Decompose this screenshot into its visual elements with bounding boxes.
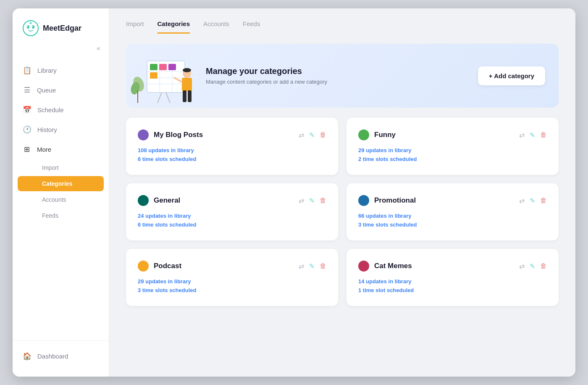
svg-point-3 [27,26,28,27]
category-card-funny: Funny ⇄ ✎ 🗑 29 updates in library 2 time… [346,118,559,175]
sidebar-item-library[interactable]: 📋 Library [13,61,109,80]
updates-stat-general[interactable]: 24 updates in library [138,213,326,219]
sidebar-item-queue[interactable]: ☰ Queue [13,80,109,100]
card-actions-promotional: ⇄ ✎ 🗑 [519,197,547,205]
card-title-row-podcast: Podcast [138,261,181,272]
sidebar-sub-item-categories[interactable]: Categories [18,176,104,191]
hero-svg [126,50,202,105]
edit-icon-cat-memes[interactable]: ✎ [530,262,535,270]
card-title-promotional: Promotional [374,196,416,205]
svg-line-16 [158,92,162,103]
card-title-general: General [154,196,180,205]
sidebar-sub-label-accounts: Accounts [42,196,66,203]
updates-stat-cat-memes[interactable]: 14 updates in library [358,278,547,285]
tab-categories[interactable]: Categories [158,20,190,34]
card-title-row-cat-memes: Cat Memes [358,261,412,272]
sidebar-item-label-history: History [37,126,57,133]
svg-rect-12 [150,64,158,70]
sidebar-item-more[interactable]: ⊞ More [13,140,109,159]
updates-stat-podcast[interactable]: 29 updates in library [138,278,326,285]
sidebar-item-label-more: More [37,146,51,153]
edit-icon-funny[interactable]: ✎ [530,131,535,139]
hero-text: Manage your categories Manage content ca… [206,66,478,85]
shuffle-icon-my-blog-posts[interactable]: ⇄ [299,131,304,139]
shuffle-icon-cat-memes[interactable]: ⇄ [519,262,525,270]
sidebar-sub-item-feeds[interactable]: Feeds [18,208,104,223]
updates-stat-funny[interactable]: 29 updates in library [358,147,547,153]
svg-rect-20 [182,78,192,91]
edit-icon-general[interactable]: ✎ [309,197,315,205]
sidebar-sub-label-import: Import [42,164,59,171]
edit-icon-podcast[interactable]: ✎ [309,262,315,270]
category-card-cat-memes: Cat Memes ⇄ ✎ 🗑 14 updates in library 1 … [346,249,559,306]
slots-stat-promotional[interactable]: 3 time slots scheduled [358,222,547,228]
delete-icon-general[interactable]: 🗑 [320,197,326,204]
delete-icon-cat-memes[interactable]: 🗑 [540,262,547,270]
updates-stat-my-blog-posts[interactable]: 108 updates in library [138,147,326,153]
history-icon: 🕐 [23,125,32,134]
sidebar-submenu: Import Categories Accounts Feeds [13,160,109,223]
main-content: Import Categories Accounts Feeds [109,8,575,377]
edit-icon-promotional[interactable]: ✎ [530,197,535,205]
hero-banner: Manage your categories Manage content ca… [126,44,559,108]
tab-import[interactable]: Import [126,20,144,34]
svg-point-4 [32,26,33,27]
color-dot-general [138,195,149,206]
collapse-button[interactable]: « [97,45,100,52]
slots-stat-podcast[interactable]: 3 time slots scheduled [138,287,326,293]
slots-stat-my-blog-posts[interactable]: 6 time slots scheduled [138,156,326,162]
card-title-row-general: General [138,195,180,206]
card-header-general: General ⇄ ✎ 🗑 [138,195,326,206]
shuffle-icon-promotional[interactable]: ⇄ [519,197,525,205]
edit-icon-my-blog-posts[interactable]: ✎ [309,131,315,139]
sidebar-collapse[interactable]: « [13,45,109,56]
slots-stat-general[interactable]: 6 time slots scheduled [138,222,326,228]
category-card-promotional: Promotional ⇄ ✎ 🗑 66 updates in library … [346,183,559,240]
category-card-podcast: Podcast ⇄ ✎ 🗑 29 updates in library 3 ti… [126,249,338,306]
more-icon: ⊞ [23,145,31,154]
hero-title: Manage your categories [206,66,478,76]
sidebar: MeetEdgar « 📋 Library ☰ Queue 📅 Schedule… [13,8,109,377]
color-dot-podcast [138,261,149,272]
card-header-my-blog-posts: My Blog Posts ⇄ ✎ 🗑 [138,129,326,140]
sidebar-item-schedule[interactable]: 📅 Schedule [13,100,109,120]
card-title-row-promotional: Promotional [358,195,416,206]
delete-icon-funny[interactable]: 🗑 [540,131,547,139]
color-dot-funny [358,129,369,140]
card-actions-my-blog-posts: ⇄ ✎ 🗑 [299,131,326,139]
svg-rect-13 [159,64,167,70]
card-actions-cat-memes: ⇄ ✎ 🗑 [519,262,547,270]
delete-icon-podcast[interactable]: 🗑 [320,262,326,270]
brand-name: MeetEdgar [43,24,81,33]
sidebar-item-dashboard[interactable]: 🏠 Dashboard [23,348,99,365]
svg-point-19 [183,68,191,72]
slots-stat-funny[interactable]: 2 time slots scheduled [358,156,547,162]
svg-point-2 [32,25,34,29]
tab-feeds[interactable]: Feeds [243,20,260,34]
slots-stat-cat-memes[interactable]: 1 time slot scheduled [358,287,547,293]
sidebar-item-history[interactable]: 🕐 History [13,120,109,140]
sidebar-sub-item-import[interactable]: Import [18,160,104,175]
card-header-cat-memes: Cat Memes ⇄ ✎ 🗑 [358,261,547,272]
shuffle-icon-podcast[interactable]: ⇄ [299,262,304,270]
delete-icon-my-blog-posts[interactable]: 🗑 [320,131,326,139]
sidebar-item-label-queue: Queue [37,87,56,94]
svg-rect-22 [183,90,186,102]
card-actions-funny: ⇄ ✎ 🗑 [519,131,547,139]
card-title-podcast: Podcast [154,262,181,270]
sidebar-sub-label-categories: Categories [42,180,72,187]
svg-rect-23 [188,90,192,102]
card-title-row-funny: Funny [358,129,396,140]
tab-accounts[interactable]: Accounts [203,20,229,34]
sidebar-sub-item-accounts[interactable]: Accounts [18,192,104,207]
svg-point-0 [23,21,38,36]
shuffle-icon-general[interactable]: ⇄ [299,197,304,205]
delete-icon-promotional[interactable]: 🗑 [540,197,547,204]
updates-stat-promotional[interactable]: 66 updates in library [358,213,547,219]
sidebar-bottom: 🏠 Dashboard [13,340,109,377]
sidebar-sub-label-feeds: Feeds [42,212,58,219]
shuffle-icon-funny[interactable]: ⇄ [519,131,525,139]
add-category-button[interactable]: + Add category [478,66,545,85]
svg-point-1 [27,25,29,29]
sidebar-item-label-schedule: Schedule [37,106,64,113]
